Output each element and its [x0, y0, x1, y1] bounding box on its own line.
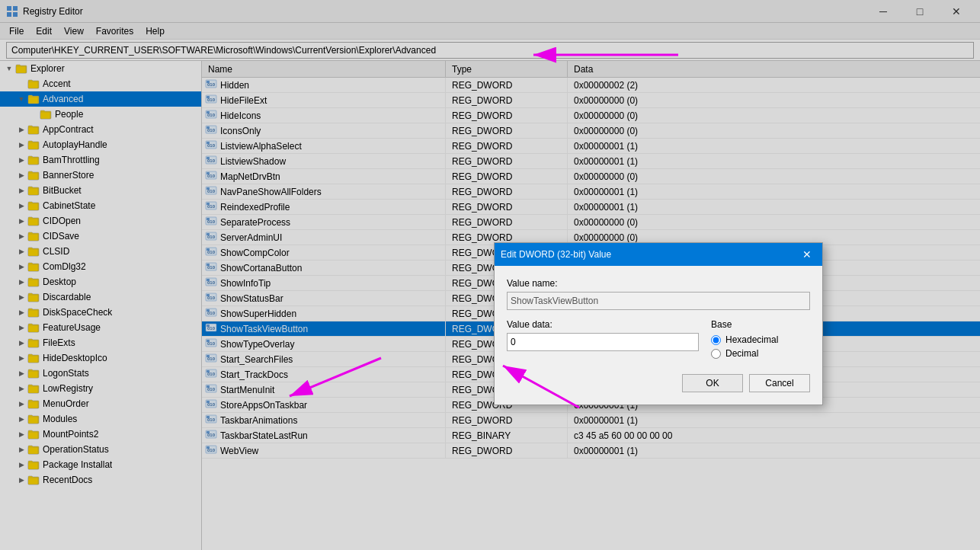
value-name-label: Value name:	[507, 278, 810, 289]
edit-dialog: Edit DWORD (32-bit) Value ✕ Value name: …	[494, 242, 823, 405]
hexadecimal-label: Hexadecimal	[725, 334, 778, 345]
dialog-titlebar: Edit DWORD (32-bit) Value ✕	[495, 243, 822, 266]
base-section: Base Hexadecimal Decimal	[711, 319, 810, 362]
dialog-title: Edit DWORD (32-bit) Value	[501, 249, 611, 260]
hexadecimal-option[interactable]: Hexadecimal	[711, 334, 810, 345]
dialog-buttons: OK Cancel	[507, 374, 810, 392]
value-data-label: Value data:	[507, 319, 699, 330]
cancel-button[interactable]: Cancel	[749, 374, 810, 392]
value-name-input	[507, 292, 810, 310]
dialog-body: Value name: Value data: Base Hexadecimal…	[495, 266, 822, 405]
decimal-radio[interactable]	[711, 349, 721, 359]
dialog-overlay	[0, 0, 980, 550]
ok-button[interactable]: OK	[682, 374, 743, 392]
decimal-option[interactable]: Decimal	[711, 348, 810, 359]
hexadecimal-radio[interactable]	[711, 335, 721, 345]
decimal-label: Decimal	[725, 348, 758, 359]
base-label: Base	[711, 319, 810, 330]
value-data-section: Value data:	[507, 319, 699, 351]
value-data-input[interactable]	[507, 333, 699, 351]
dialog-close-button[interactable]: ✕	[798, 245, 816, 264]
dialog-row: Value data: Base Hexadecimal Decimal	[507, 319, 810, 362]
